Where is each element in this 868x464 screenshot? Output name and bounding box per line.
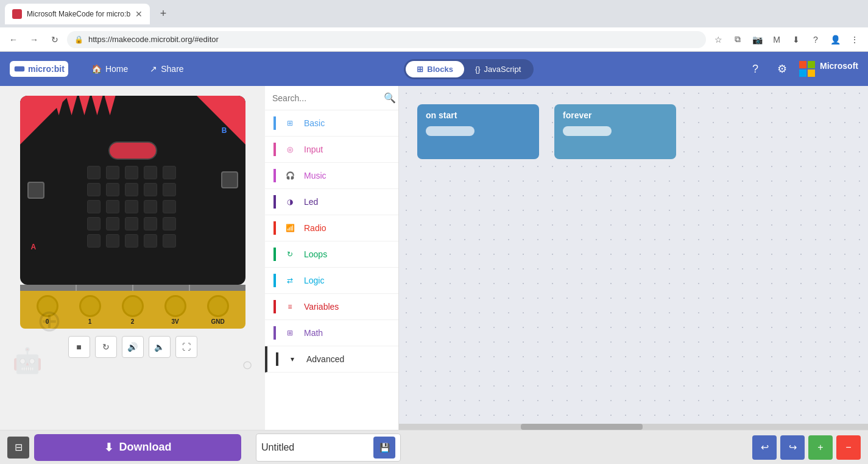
on-start-label: on start [426, 110, 531, 120]
sidebar-toggle-button[interactable]: ⊟ [7, 437, 29, 459]
help-button[interactable]: ? [746, 59, 765, 79]
extension-icon[interactable]: ⧉ [729, 31, 746, 48]
pin-1-circle[interactable] [79, 295, 101, 317]
logo-box: micro:bit [10, 61, 68, 77]
project-name-area: 💾 [256, 434, 401, 462]
download-manager-icon[interactable]: ⬇ [788, 31, 805, 48]
blocks-label: Blocks [427, 65, 453, 74]
blocks-toggle-button[interactable]: ⊞ Blocks [406, 61, 464, 77]
variables-icon: ≡ [283, 300, 297, 313]
stop-button[interactable]: ■ [68, 336, 90, 358]
browser-tab[interactable]: Microsoft MakeCode for micro:b ✕ [5, 4, 150, 24]
zoom-in-button[interactable]: + [808, 435, 833, 460]
undo-button[interactable]: ↩ [752, 435, 777, 460]
input-label: Input [304, 145, 323, 154]
star-icon[interactable]: ☆ [710, 31, 727, 48]
toolbox-item-radio[interactable]: 📶 Radio [265, 215, 398, 241]
nav-right-icons: ☆ ⧉ 📷 M ⬇ ? 👤 ⋮ [710, 31, 863, 48]
fullscreen-button[interactable]: ⛶ [175, 336, 197, 358]
url-text: https://makecode.microbit.org/#editor [88, 35, 219, 44]
blocks-toggle: ⊞ Blocks {} JavaScript [404, 59, 534, 79]
pin-3v-label: 3V [171, 318, 178, 325]
logo-area: micro:bit [10, 61, 68, 77]
new-tab-button[interactable]: + [155, 5, 172, 23]
zoom-in-icon: + [817, 442, 823, 453]
profile-icon[interactable]: 👤 [827, 31, 844, 48]
toolbox-item-loops[interactable]: ↻ Loops [265, 241, 398, 268]
pin-3v-circle[interactable] [164, 295, 186, 317]
logic-bar [273, 274, 276, 287]
simulator-panel: B A [0, 86, 265, 430]
javascript-label: JavaScript [484, 65, 521, 74]
led-grid [87, 166, 178, 248]
toolbox-item-input[interactable]: ◎ Input [265, 137, 398, 163]
home-label: Home [105, 64, 128, 74]
save-button[interactable]: 💾 [373, 437, 395, 459]
tab-close-button[interactable]: ✕ [135, 9, 143, 19]
download-button[interactable]: ⬇ Download [34, 434, 241, 461]
loops-label: Loops [304, 249, 327, 259]
restart-button[interactable]: ↻ [95, 336, 117, 358]
loops-bar [273, 248, 276, 261]
toolbox-item-basic[interactable]: ⊞ Basic [265, 110, 398, 137]
help-icon[interactable]: ? [807, 31, 824, 48]
forever-block[interactable]: forever [554, 104, 676, 159]
radio-icon: 📶 [283, 221, 297, 235]
camera-icon[interactable]: 📷 [749, 31, 766, 48]
on-start-block[interactable]: on start [417, 104, 539, 159]
search-input[interactable] [272, 93, 379, 103]
back-button[interactable]: ← [5, 31, 22, 48]
toolbox-item-music[interactable]: 🎧 Music [265, 163, 398, 189]
toolbox-item-math[interactable]: ⊞ Math [265, 320, 398, 346]
microbit-display: B A [20, 96, 245, 285]
address-bar[interactable]: 🔒 https://makecode.microbit.org/#editor [67, 31, 706, 48]
toolbox-item-logic[interactable]: ⇄ Logic [265, 268, 398, 294]
microsoft-logo: Microsoft [799, 61, 858, 77]
toolbox-item-advanced[interactable]: ▾ Advanced [265, 346, 398, 373]
forward-button[interactable]: → [26, 31, 43, 48]
basic-label: Basic [304, 118, 325, 128]
pin-2-circle[interactable] [122, 295, 144, 317]
advanced-label: Advanced [306, 354, 344, 364]
basic-bar [273, 116, 276, 130]
deco-icon-right: ○ [242, 354, 253, 375]
button-b[interactable] [221, 171, 238, 188]
gmail-icon[interactable]: M [768, 31, 785, 48]
menu-icon[interactable]: ⋮ [846, 31, 863, 48]
scrollbar-thumb[interactable] [521, 424, 643, 430]
toolbox-item-variables[interactable]: ≡ Variables [265, 294, 398, 320]
math-label: Math [304, 328, 323, 338]
mute-button[interactable]: 🔊 [122, 336, 144, 358]
horizontal-scrollbar[interactable] [399, 424, 868, 430]
deco-icon-left: 🤖 [12, 346, 43, 375]
zoom-out-icon: − [845, 442, 851, 453]
pin-3v: 3V [164, 295, 186, 325]
javascript-toggle-button[interactable]: {} JavaScript [464, 61, 532, 77]
logic-icon: ⇄ [283, 274, 297, 287]
zoom-out-button[interactable]: − [836, 435, 861, 460]
radio-bar [273, 221, 276, 235]
pin-gnd-circle[interactable] [207, 295, 229, 317]
math-bar [273, 326, 276, 340]
deco-icon-mid: ⊕ [37, 303, 62, 338]
share-button[interactable]: ↗ Share [141, 60, 192, 77]
workspace[interactable]: on start forever [399, 86, 868, 430]
red-corner-right [197, 96, 245, 145]
logo-text: micro:bit [28, 64, 65, 74]
toolbox-item-led[interactable]: ◑ Led [265, 189, 398, 215]
browser-chrome: Microsoft MakeCode for micro:b ✕ + [0, 0, 868, 27]
redo-icon: ↪ [789, 441, 797, 453]
home-button[interactable]: 🏠 Home [83, 60, 136, 77]
sidebar-icon: ⊟ [15, 441, 23, 453]
forever-notch [563, 126, 612, 136]
main-area: B A [0, 86, 868, 430]
app-header: micro:bit 🏠 Home ↗ Share ⊞ Blocks {} Jav… [0, 52, 868, 86]
audio-button[interactable]: 🔈 [149, 336, 171, 358]
button-a[interactable] [27, 182, 44, 199]
bottom-right-controls: ↩ ↪ + − [752, 435, 861, 460]
redo-button[interactable]: ↪ [780, 435, 805, 460]
settings-button[interactable]: ⚙ [772, 59, 792, 79]
input-bar [273, 143, 276, 156]
reload-button[interactable]: ↻ [46, 31, 63, 48]
project-name-input[interactable] [261, 442, 371, 453]
